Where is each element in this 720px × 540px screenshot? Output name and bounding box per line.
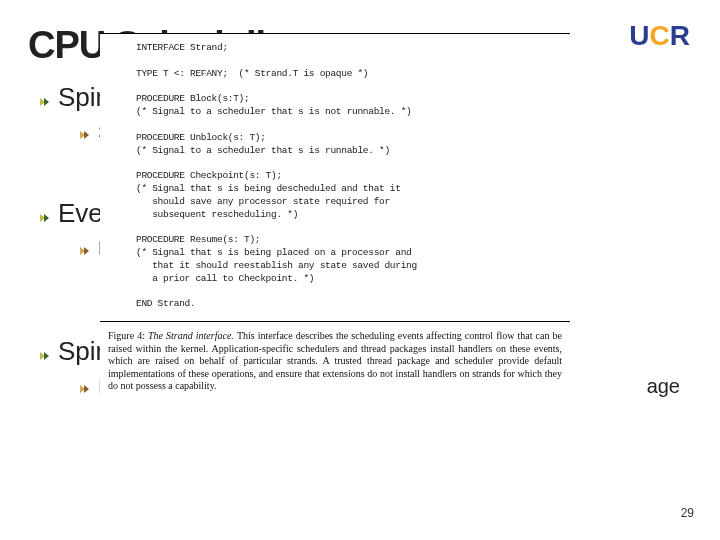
chevron-right-icon [40, 350, 52, 362]
bullet-3a-tail: age [647, 375, 680, 398]
chevron-right-icon [80, 383, 92, 395]
figure-label: Figure 4: [108, 330, 145, 341]
chevron-right-icon [80, 245, 92, 257]
chevron-right-icon [40, 96, 52, 108]
figure-strand-interface: INTERFACE Strand; TYPE T <: REFANY; (* S… [100, 33, 570, 393]
chevron-right-icon [40, 212, 52, 224]
logo-r: R [670, 20, 690, 51]
ucr-logo: UCR [629, 20, 690, 52]
bullet-3a-right-text: age [647, 375, 680, 397]
logo-c: C [650, 20, 670, 51]
logo-u: U [629, 20, 649, 51]
code-listing: INTERFACE Strand; TYPE T <: REFANY; (* S… [100, 34, 570, 322]
figure-caption-title: The Strand interface. [145, 330, 237, 341]
page-number: 29 [681, 506, 694, 520]
chevron-right-icon [80, 129, 92, 141]
figure-caption: Figure 4: The Strand interface. This int… [100, 322, 570, 393]
